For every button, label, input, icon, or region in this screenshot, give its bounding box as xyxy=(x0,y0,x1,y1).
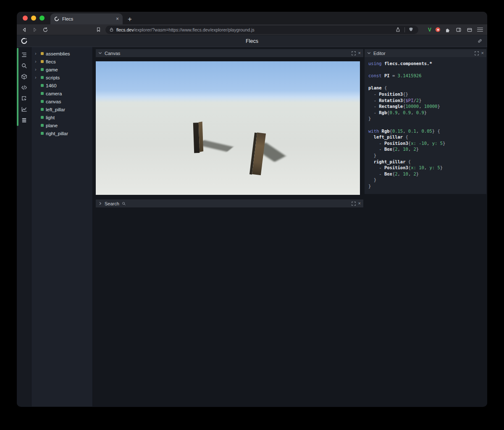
search-panel-header[interactable]: Search × xyxy=(96,199,363,207)
tree-item-plane[interactable]: plane xyxy=(32,121,92,129)
tree-item-label: right_pillar xyxy=(46,131,68,136)
canvas-3d-viewport[interactable] xyxy=(96,61,360,195)
code-line: } xyxy=(368,115,483,122)
tree-item-label: assemblies xyxy=(46,51,70,56)
url-domain: flecs.dev xyxy=(116,27,134,32)
chevron-down-icon[interactable] xyxy=(98,51,102,55)
expand-arrow-icon[interactable]: › xyxy=(35,75,39,80)
traffic-lights xyxy=(17,16,50,21)
lock-icon xyxy=(109,27,114,32)
entity-tree: ›assemblies›flecs›game›scripts1460camera… xyxy=(32,47,93,406)
code-line: - Position3{} xyxy=(368,91,483,97)
extension-icons: V xyxy=(428,26,483,33)
chevron-down-icon[interactable] xyxy=(367,51,371,55)
close-window-button[interactable] xyxy=(23,16,28,21)
expand-icon[interactable] xyxy=(352,51,356,55)
tab-close-icon[interactable]: × xyxy=(116,16,119,22)
zoom-window-button[interactable] xyxy=(39,16,45,21)
url-bar[interactable]: flecs.dev/explorer/?wasm=https://www.fle… xyxy=(105,26,418,34)
wallet-icon[interactable] xyxy=(466,26,473,33)
tree-item-camera[interactable]: camera xyxy=(32,89,92,97)
chart-icon[interactable] xyxy=(21,106,28,113)
divider xyxy=(404,27,405,32)
entity-color-swatch xyxy=(41,60,44,63)
code-line: - Box{2, 10, 2} xyxy=(368,146,483,152)
inspect-icon[interactable] xyxy=(21,95,28,102)
outliner-icon[interactable] xyxy=(21,51,28,58)
tab-favicon-icon xyxy=(54,16,59,21)
page-title: Flecs xyxy=(17,38,487,44)
app-header: Flecs xyxy=(17,35,487,47)
close-icon[interactable]: × xyxy=(481,51,484,55)
sidebar-toggle-icon[interactable] xyxy=(455,26,462,33)
rows-icon[interactable] xyxy=(21,117,28,124)
code-line: - Box{2, 10, 2} xyxy=(368,171,483,177)
url-text: flecs.dev/explorer/?wasm=https://www.fle… xyxy=(116,27,255,32)
search-panel: Search × xyxy=(96,199,363,207)
tree-item-assemblies[interactable]: ›assemblies xyxy=(32,50,92,58)
entity-color-swatch xyxy=(41,52,44,55)
code-line: - Rectangle{10000, 10000} xyxy=(368,103,483,110)
tree-item-game[interactable]: ›game xyxy=(32,66,92,73)
entity-color-swatch xyxy=(41,76,44,79)
tree-item-label: canvas xyxy=(46,99,61,104)
close-icon[interactable]: × xyxy=(358,201,361,206)
browser-window: Flecs × + flecs.dev/explorer/?wasm=https… xyxy=(17,12,487,407)
expand-arrow-icon[interactable]: › xyxy=(35,51,39,56)
entity-color-swatch xyxy=(41,108,44,111)
code-line: plane { xyxy=(368,85,483,91)
entity-color-swatch xyxy=(41,132,44,135)
minimize-window-button[interactable] xyxy=(31,16,36,21)
share-icon[interactable] xyxy=(395,26,402,33)
entity-color-swatch xyxy=(41,68,44,71)
code-line: - Position3{x: -10, y: 5} xyxy=(368,140,483,147)
entity-color-swatch xyxy=(41,116,44,119)
extensions-puzzle-icon[interactable] xyxy=(444,26,451,33)
bookmark-icon[interactable] xyxy=(95,26,102,33)
code-line: with Rgb{0.15, 0.1, 0.05} { xyxy=(368,128,483,134)
expand-arrow-icon[interactable]: › xyxy=(35,67,39,72)
editor-code[interactable]: using flecs.components.* const PI = 3.14… xyxy=(365,57,486,194)
editor-panel-header[interactable]: Editor × xyxy=(365,49,486,57)
tree-item-scripts[interactable]: ›scripts xyxy=(32,73,92,81)
close-icon[interactable]: × xyxy=(358,51,361,55)
code-line: left_pillar { xyxy=(368,134,483,140)
entity-color-swatch xyxy=(41,84,44,87)
canvas-panel-header[interactable]: Canvas × xyxy=(96,49,363,57)
tree-item-right_pillar[interactable]: right_pillar xyxy=(32,129,92,137)
reload-button[interactable] xyxy=(42,26,49,33)
tree-item-left_pillar[interactable]: left_pillar xyxy=(32,105,92,113)
expand-icon[interactable] xyxy=(475,51,479,55)
expand-icon[interactable] xyxy=(352,202,356,206)
tree-item-label: 1460 xyxy=(46,83,57,88)
code-line: right_pillar { xyxy=(368,159,483,165)
tree-item-1460[interactable]: 1460 xyxy=(32,81,92,89)
tree-item-label: game xyxy=(46,67,58,72)
tree-item-flecs[interactable]: ›flecs xyxy=(32,58,92,66)
new-tab-button[interactable]: + xyxy=(128,16,132,23)
code-line: using flecs.components.* xyxy=(368,60,483,67)
forward-button[interactable] xyxy=(32,26,38,33)
tree-item-light[interactable]: light xyxy=(32,113,92,121)
tree-item-label: light xyxy=(46,115,55,120)
extension-v-icon[interactable]: V xyxy=(428,27,431,33)
extension-red-icon[interactable] xyxy=(436,27,440,32)
browser-menu-icon[interactable] xyxy=(477,28,483,32)
search-icon[interactable] xyxy=(21,62,28,69)
tree-item-canvas[interactable]: canvas xyxy=(32,97,92,105)
pillar-face xyxy=(199,121,203,152)
shield-icon[interactable] xyxy=(408,26,415,33)
chevron-right-icon[interactable] xyxy=(98,202,102,205)
expand-arrow-icon[interactable]: › xyxy=(35,59,39,64)
code-icon[interactable] xyxy=(21,84,28,91)
search-magnifier-icon xyxy=(122,202,126,206)
editor-panel: Editor × using flecs.components.* const … xyxy=(365,49,486,194)
navigation-bar: flecs.dev/explorer/?wasm=https://www.fle… xyxy=(17,24,487,35)
browser-tab[interactable]: Flecs × xyxy=(50,13,123,24)
left-pillar-object xyxy=(193,122,204,153)
share-link-icon[interactable] xyxy=(477,38,483,44)
back-button[interactable] xyxy=(21,26,28,33)
search-panel-title: Search xyxy=(105,201,119,206)
cube-icon[interactable] xyxy=(21,73,28,80)
code-line: - Rotation3{$PI/2} xyxy=(368,97,483,104)
